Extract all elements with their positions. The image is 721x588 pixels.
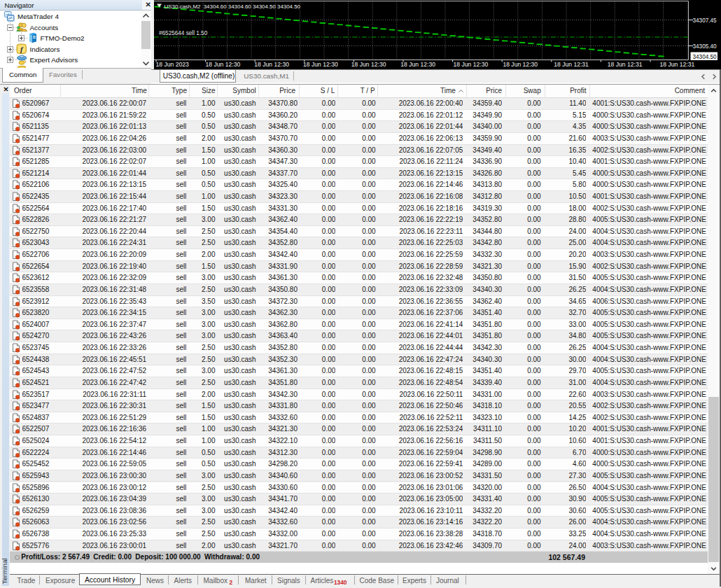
svg-text:34305.40: 34305.40 [693, 43, 718, 50]
svg-text:18 Jun 12:31: 18 Jun 12:31 [554, 61, 589, 68]
svg-text:34304.50: 34304.50 [693, 54, 718, 60]
svg-text:US30.cash,M2 34304.60 34304.6: US30.cash,M2 34304.60 34304.60 34304.50 … [164, 4, 301, 10]
svg-text:18 Jun 12:30: 18 Jun 12:30 [303, 61, 338, 68]
svg-text:18 Jun 2023: 18 Jun 2023 [156, 61, 190, 68]
svg-text:18 Jun 12:31: 18 Jun 12:31 [608, 61, 643, 68]
svg-text:18 Jun 12:30: 18 Jun 12:30 [503, 61, 538, 68]
svg-text:18 Jun 12:30: 18 Jun 12:30 [351, 61, 386, 68]
svg-text:18 Jun 12:30: 18 Jun 12:30 [454, 61, 489, 68]
svg-text:18 Jun 12:30: 18 Jun 12:30 [254, 61, 289, 68]
svg-text:34307.45: 34307.45 [693, 18, 718, 24]
svg-text:18 Jun 12:30: 18 Jun 12:30 [400, 61, 435, 68]
svg-text:#6525644 sell 1.50: #6525644 sell 1.50 [159, 30, 208, 36]
svg-text:18 Jun 12:30: 18 Jun 12:30 [206, 61, 241, 68]
svg-text:18 Jun 12:31: 18 Jun 12:31 [660, 61, 695, 68]
